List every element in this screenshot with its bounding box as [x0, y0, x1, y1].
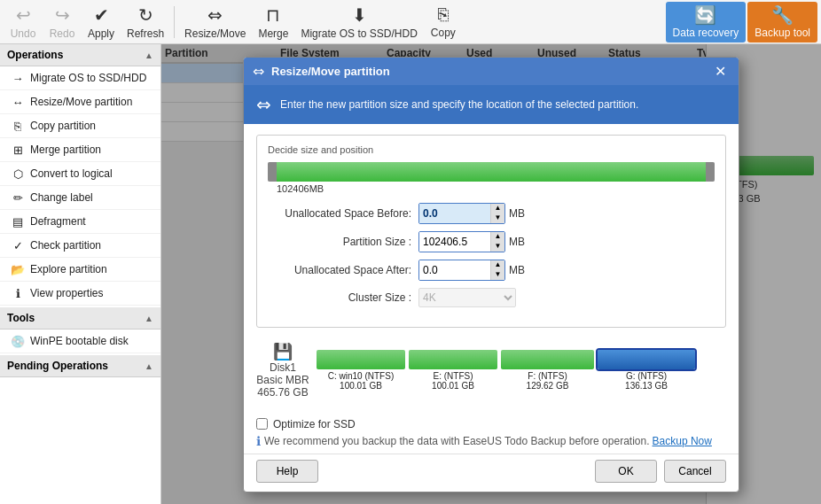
- disk-partition-g[interactable]: G: (NTFS)136.13 GB: [598, 350, 695, 391]
- partition-size-spin-down[interactable]: ▼: [490, 242, 504, 252]
- backup-notice: ℹ We recommend you backup the data with …: [244, 434, 739, 454]
- sidebar-tool-item[interactable]: 💿WinPE bootable disk: [0, 330, 160, 353]
- partition-size-spin-up[interactable]: ▲: [490, 232, 504, 242]
- unallocated-before-spin-down[interactable]: ▼: [490, 213, 504, 223]
- redo-icon: ↪: [55, 4, 70, 26]
- modal-overlay: ⇔ Resize/Move partition ✕ ⇔ Enter the ne…: [161, 44, 821, 504]
- sidebar-op-item[interactable]: →Migrate OS to SSD/HDD: [0, 66, 160, 90]
- sidebar-op-label: View properties: [30, 287, 104, 299]
- optimize-ssd-checkbox[interactable]: [256, 418, 268, 430]
- sidebar-op-label: Explore partition: [30, 263, 107, 275]
- sidebar-op-label: Convert to logical: [30, 167, 113, 180]
- unallocated-after-unit: MB: [509, 264, 525, 276]
- modal-title: Resize/Move partition: [271, 65, 711, 78]
- unallocated-before-row: Unallocated Space Before: ▲ ▼ MB: [268, 203, 715, 224]
- toolbar-separator: [174, 6, 175, 38]
- disk-partition-f[interactable]: F: (NTFS)129.62 GB: [501, 350, 594, 391]
- undo-button[interactable]: ↩ Undo: [4, 2, 43, 43]
- disk-label: Disk1: [270, 361, 296, 374]
- disk-partition-g-bar: [598, 350, 695, 369]
- disk-icon: 💾: [273, 342, 293, 361]
- pending-section-header[interactable]: Pending Operations ▲: [0, 355, 160, 377]
- sidebar-op-label: Resize/Move partition: [30, 96, 132, 108]
- tools-list: 💿WinPE bootable disk: [0, 330, 160, 353]
- unallocated-after-spin-up[interactable]: ▲: [490, 260, 504, 270]
- copy-button[interactable]: ⎘ Copy: [424, 2, 463, 43]
- slider-left-handle[interactable]: [268, 162, 277, 182]
- sidebar-op-icon: ▤: [11, 214, 25, 229]
- info-icon: ℹ: [256, 434, 261, 448]
- sidebar-op-label: Change label: [30, 191, 93, 204]
- modal-close-button[interactable]: ✕: [711, 63, 730, 80]
- disk-partition-e[interactable]: E: (NTFS)100.01 GB: [409, 350, 497, 391]
- optimize-ssd-row: Optimize for SSD: [244, 413, 739, 434]
- sidebar-op-item[interactable]: ↔Resize/Move partition: [0, 90, 160, 114]
- refresh-button[interactable]: ↻ Refresh: [121, 2, 170, 43]
- disk-map: 💾 Disk1 Basic MBR 465.76 GB C: win10 (NT…: [256, 337, 726, 402]
- operations-list: →Migrate OS to SSD/HDD↔Resize/Move parti…: [0, 66, 160, 306]
- partition-size-input[interactable]: [419, 232, 490, 252]
- backup-now-link[interactable]: Backup Now: [653, 435, 712, 447]
- tools-section-header[interactable]: Tools ▲: [0, 307, 160, 330]
- disk-partition-c[interactable]: C: win10 (NTFS)100.01 GB: [317, 350, 405, 391]
- toolbar-right: 🔄 Data recovery 🔧 Backup tool: [664, 2, 817, 43]
- modal-footer-right: OK Cancel: [595, 460, 726, 483]
- sidebar-op-item[interactable]: ▤Defragment: [0, 210, 160, 234]
- unallocated-before-input[interactable]: [419, 204, 490, 223]
- backup-tool-button[interactable]: 🔧 Backup tool: [747, 2, 817, 43]
- main-layout: Operations ▲ →Migrate OS to SSD/HDD↔Resi…: [0, 44, 821, 504]
- sidebar-tool-label: WinPE bootable disk: [30, 335, 129, 347]
- apply-button[interactable]: ✔ Apply: [82, 2, 121, 43]
- unallocated-before-label: Unallocated Space Before:: [268, 207, 418, 220]
- ok-button[interactable]: OK: [595, 460, 657, 483]
- merge-button[interactable]: ⊓ Merge: [252, 2, 294, 43]
- sidebar-op-label: Copy partition: [30, 120, 96, 132]
- sidebar-tool-icon: 💿: [11, 334, 25, 348]
- fieldset-legend: Decide size and position: [268, 144, 715, 155]
- sidebar-op-item[interactable]: ℹView properties: [0, 282, 160, 306]
- sidebar-op-label: Defragment: [30, 215, 86, 228]
- content-area: Partition File System Capacity Used Unus…: [161, 44, 821, 504]
- sidebar-op-label: Check partition: [30, 239, 101, 252]
- partition-size-row: Partition Size : ▲ ▼ MB: [268, 231, 715, 252]
- disk-partition-f-label: F: (NTFS)129.62 GB: [527, 371, 569, 391]
- redo-button[interactable]: ↪ Redo: [43, 2, 82, 43]
- sidebar-op-item[interactable]: ⎘Copy partition: [0, 114, 160, 138]
- sidebar-op-item[interactable]: ✓Check partition: [0, 234, 160, 258]
- modal-title-icon: ⇔: [253, 63, 264, 80]
- modal-banner-icon: ⇔: [256, 94, 271, 115]
- resize-move-button[interactable]: ⇔ Resize/Move: [178, 2, 252, 43]
- partition-slider[interactable]: [268, 162, 715, 182]
- operations-section-header[interactable]: Operations ▲: [0, 44, 160, 66]
- cluster-size-label: Cluster Size :: [268, 291, 418, 304]
- unallocated-after-label: Unallocated Space After:: [268, 264, 418, 276]
- partition-size-unit: MB: [509, 236, 525, 248]
- sidebar-op-item[interactable]: ⊞Merge partition: [0, 138, 160, 162]
- sidebar-op-icon: ⊞: [11, 143, 25, 157]
- cancel-button[interactable]: Cancel: [664, 460, 726, 483]
- slider-right-handle[interactable]: [706, 162, 715, 182]
- backup-icon: 🔧: [771, 4, 794, 26]
- sidebar-op-icon: ↔: [11, 95, 25, 109]
- help-button[interactable]: Help: [256, 460, 318, 483]
- unallocated-after-input[interactable]: [419, 260, 490, 280]
- backup-notice-text: We recommend you backup the data with Ea…: [264, 435, 649, 447]
- sidebar-op-item[interactable]: ✏Change label: [0, 186, 160, 210]
- size-position-fieldset: Decide size and position 102406MB Unallo…: [256, 135, 726, 328]
- slider-fill: [277, 162, 706, 182]
- cluster-size-select[interactable]: 4K: [418, 288, 516, 307]
- modal-banner: ⇔ Enter the new partition size and speci…: [244, 85, 739, 124]
- disk-type: Basic MBR: [256, 374, 309, 386]
- undo-icon: ↩: [16, 4, 31, 26]
- sidebar-op-item[interactable]: 📂Explore partition: [0, 258, 160, 282]
- data-recovery-button[interactable]: 🔄 Data recovery: [666, 2, 747, 43]
- migrate-button[interactable]: ⬇ Migrate OS to SSD/HDD: [294, 2, 423, 43]
- unallocated-after-spin-down[interactable]: ▼: [490, 270, 504, 280]
- modal-body: Decide size and position 102406MB Unallo…: [244, 124, 739, 413]
- sidebar-op-item[interactable]: ⬡Convert to logical: [0, 162, 160, 186]
- unallocated-before-spin-up[interactable]: ▲: [490, 204, 504, 213]
- refresh-icon: ↻: [138, 4, 153, 26]
- apply-icon: ✔: [94, 4, 109, 26]
- collapse-pending-icon: ▲: [145, 361, 153, 371]
- modal-titlebar: ⇔ Resize/Move partition ✕: [244, 58, 739, 85]
